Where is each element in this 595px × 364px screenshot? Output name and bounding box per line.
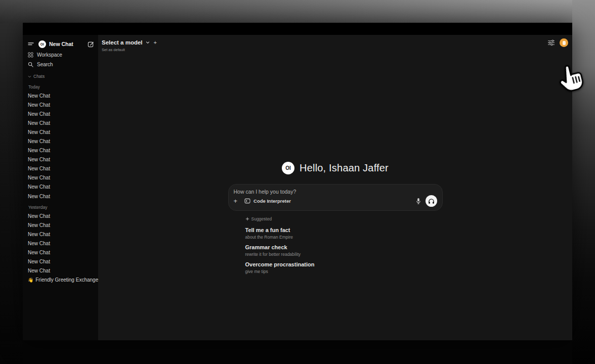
wave-emoji: 👋 [28, 278, 33, 283]
chat-list-item[interactable]: New Chat [28, 127, 94, 136]
voice-call-button[interactable] [426, 195, 437, 207]
new-chat-icon[interactable] [88, 41, 94, 48]
chat-list-item[interactable]: New Chat [28, 230, 94, 239]
add-model-button[interactable]: + [153, 39, 158, 46]
chats-section-label: Chats [33, 74, 45, 79]
workspace-grid-icon [28, 52, 33, 58]
prompt-title: Overcome procrastination [245, 261, 443, 268]
suggested-label: Suggested [251, 216, 272, 221]
headphones-icon [428, 198, 435, 204]
controls-sliders-icon[interactable] [547, 39, 555, 46]
sparkle-icon [245, 217, 249, 221]
chat-list-item[interactable]: New Chat [28, 109, 94, 118]
sidebar-item-workspace[interactable]: Workspace [28, 50, 94, 60]
window-top-black-bar [23, 23, 572, 35]
suggested-prompt[interactable]: Grammar checkrewrite it for better reada… [245, 244, 443, 257]
user-avatar[interactable] [560, 38, 568, 47]
app-logo: OI [38, 40, 46, 48]
prompt-subtitle: give me tips [245, 269, 443, 274]
sidebar-item-search[interactable]: Search [28, 60, 94, 69]
chat-list-item[interactable]: New Chat [28, 257, 94, 266]
prompt-subtitle: about the Roman Empire [245, 235, 443, 240]
suggested-prompt[interactable]: Tell me a fun factabout the Roman Empire [245, 227, 443, 240]
sidebar-toggle-icon[interactable] [28, 41, 34, 47]
chat-list-item[interactable]: New Chat [28, 220, 94, 230]
message-composer: + Code Interpreter [228, 184, 443, 211]
desktop: OI New Chat Workspace Searc [0, 0, 595, 364]
chat-list-item[interactable]: New Chat [28, 164, 94, 173]
suggested-prompts: Tell me a fun factabout the Roman Empire… [245, 227, 443, 274]
suggested-prompt[interactable]: Overcome procrastinationgive me tips [245, 261, 443, 274]
sidebar: OI New Chat Workspace Searc [23, 35, 98, 340]
set-as-default-link[interactable]: Set as default [102, 48, 158, 52]
chat-list-item[interactable]: New Chat [28, 173, 94, 183]
prompt-title: Tell me a fun fact [245, 227, 443, 234]
chevron-down-icon [28, 75, 31, 78]
code-interpreter-toggle[interactable]: Code Interpreter [244, 198, 291, 204]
message-input[interactable] [234, 189, 437, 195]
chat-groups: TodayNew ChatNew ChatNew ChatNew ChatNew… [28, 82, 94, 276]
chat-list-item[interactable]: New Chat [28, 192, 94, 201]
sidebar-title: New Chat [49, 41, 88, 47]
prompt-subtitle: rewrite it for better readability [245, 252, 443, 257]
chat-list-item[interactable]: New Chat [28, 183, 94, 192]
chat-list-item[interactable]: New Chat [28, 248, 94, 257]
chevron-down-icon [146, 40, 150, 44]
sidebar-item-label: Workspace [37, 52, 62, 58]
desktop-background-bottom [23, 340, 572, 364]
model-selector-label: Select a model [102, 39, 143, 46]
chat-list-item[interactable]: New Chat [28, 266, 94, 276]
code-interpreter-label: Code Interpreter [253, 198, 291, 204]
desktop-background-right [572, 0, 595, 364]
chat-list-item[interactable]: New Chat [28, 211, 94, 220]
model-selector[interactable]: Select a model + [102, 39, 158, 46]
chat-list-item[interactable]: New Chat [28, 239, 94, 248]
desktop-background-top [0, 0, 595, 23]
main-panel: Select a model + Set as default [98, 35, 572, 340]
chat-list-item[interactable]: New Chat [28, 155, 94, 164]
chat-group-label: Yesterday [28, 202, 94, 210]
app-logo: OI [282, 162, 294, 174]
app-window: OI New Chat Workspace Searc [23, 23, 572, 340]
chat-group-label: Today [28, 82, 94, 89]
search-icon [28, 62, 33, 67]
prompt-title: Grammar check [245, 244, 443, 251]
chat-list-item[interactable]: New Chat [28, 118, 94, 127]
microphone-icon[interactable] [416, 198, 421, 204]
chat-list-item[interactable]: New Chat [28, 136, 94, 146]
chats-section-header[interactable]: Chats [28, 72, 94, 80]
chat-title: Friendly Greeting Exchange [35, 277, 98, 283]
terminal-icon [244, 198, 250, 204]
desktop-background-left [0, 23, 23, 364]
greeting-text: Hello, Ishaan Jaffer [300, 162, 389, 174]
sidebar-item-label: Search [37, 62, 53, 67]
attach-plus-button[interactable]: + [234, 198, 238, 204]
chat-list-item[interactable]: New Chat [28, 91, 94, 100]
chat-list-item[interactable]: New Chat [28, 100, 94, 109]
chat-list-item-named[interactable]: 👋 Friendly Greeting Exchange [28, 276, 94, 285]
chat-list-item[interactable]: New Chat [28, 146, 94, 155]
